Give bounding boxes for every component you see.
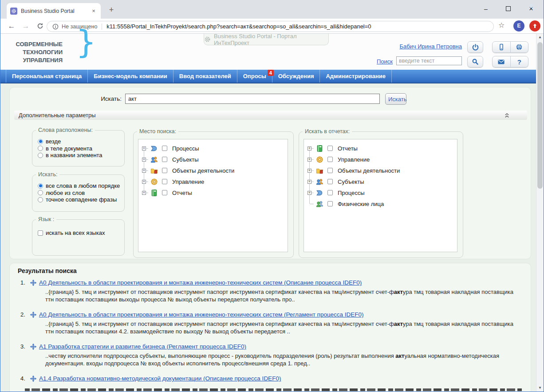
info-icon[interactable] [52,24,59,30]
browser-tab[interactable]: Business Studio Portal × [7,3,101,19]
radio-button[interactable] [38,153,43,158]
tree-expand-plus-icon[interactable]: + [142,147,146,150]
help-button[interactable]: ? [510,56,528,67]
radio-option[interactable]: любое из слов [38,190,124,197]
tree-node-checkbox[interactable] [327,146,333,151]
process-diagram-icon [30,376,36,382]
omnibox-divider [102,24,102,30]
tab-close-icon[interactable]: × [90,8,97,15]
mail-button[interactable] [493,56,510,67]
result-title-link[interactable]: А1 Разработка стратегии и развитие бизне… [39,343,246,350]
tree-expand-plus-icon[interactable]: + [142,169,146,173]
tree-expand-plus-icon[interactable]: + [142,158,146,162]
help-buttons-group: ? [492,56,528,67]
search-result-item: 4.А1.4 Разработка нормативно-методическо… [20,375,522,391]
menu-collapse-chevron-icon[interactable] [528,4,534,9]
search-query-input[interactable] [125,94,380,104]
search-query-label: Искать: [81,95,122,102]
tree-expand-plus-icon[interactable]: + [307,169,311,173]
results-heading: Результаты поиска [18,267,77,274]
tree-node-checkbox[interactable] [327,190,333,195]
nav-item-1[interactable]: Персональная страница [6,70,88,83]
portal-search-input[interactable] [396,56,462,65]
nav-item-5[interactable]: Обсуждения [272,70,320,83]
result-snippet: ..{граница} 5. тмц и инструмент от поста… [45,320,522,335]
radio-option[interactable]: в названии элемента [38,152,124,159]
nav-item-3[interactable]: Ввод показателей [173,70,237,83]
tree-node-checkbox[interactable] [327,168,333,173]
mobile-version-button[interactable] [493,42,510,52]
reports-icon [150,189,158,197]
user-profile-link[interactable]: Бабич Ирина Петровна [373,43,462,50]
back-button[interactable]: ← [6,20,17,32]
radio-button[interactable] [38,190,43,195]
tree-node-checkbox[interactable] [327,201,333,206]
result-number: 3. [20,343,28,350]
result-title-link[interactable]: А0 Деятельность в области проектирования… [39,311,364,318]
window-minimize-button[interactable]: – [477,3,495,15]
radio-option[interactable]: все слова в любом порядке [38,182,124,190]
new-tab-button[interactable]: + [106,5,117,16]
page-scrollbar[interactable]: ▲ ▼ [536,34,544,392]
browser-update-icon[interactable] [529,20,540,32]
radio-option[interactable]: точное совпадение фразы [38,196,124,203]
scrollbar-up-arrow[interactable]: ▲ [536,34,544,41]
tree-expand-plus-icon[interactable]: + [142,191,146,195]
tree-node-checkbox[interactable] [327,179,333,184]
portal-gear-icon [204,36,211,43]
address-bar[interactable]: Не защищено k11:5558/Portal_InTekhProyek… [47,21,494,32]
option-label: точное совпадение фразы [46,196,117,203]
radio-option[interactable]: в теле документа [38,145,124,152]
tree-node-checkbox[interactable] [162,146,167,151]
checkbox[interactable] [38,230,43,236]
tree-node-checkbox[interactable] [327,157,333,162]
management-icon [316,156,323,163]
logo-line: СОВРЕМЕННЫЕ [13,40,63,48]
tree-node-checkbox[interactable] [162,190,167,195]
logo-brace: } [76,38,96,46]
result-number: 4. [20,375,28,382]
tree-node-label: Управление [338,156,370,163]
logout-power-button[interactable] [467,41,483,53]
tree-node-label: Физические лица [338,201,384,207]
radio-option[interactable]: везде [38,138,124,145]
tree-expand-plus-icon[interactable]: + [307,147,311,150]
scrollbar-thumb[interactable] [537,42,543,189]
tree-expand-plus-icon[interactable]: + [142,180,146,184]
tree-expand-plus-icon[interactable]: + [307,191,311,195]
checkbox-option[interactable]: искать на всех языках [38,230,124,237]
portal-search-link[interactable]: Поиск [377,58,393,65]
nav-item-6[interactable]: Администрирование [320,70,392,83]
results-list: 1.А0 Деятельность в области проектирован… [20,279,522,392]
option-label: все слова в любом порядке [46,182,120,189]
option-label: везде [46,138,61,145]
tree-node-checkbox[interactable] [162,168,167,173]
profile-avatar[interactable]: E [513,20,524,32]
radio-button[interactable] [38,146,43,151]
subjects-icon [150,156,158,163]
additional-params-header[interactable]: Дополнительные параметры [14,111,527,120]
portal-search-button[interactable] [467,56,483,67]
radio-button[interactable] [38,197,43,202]
radio-button[interactable] [38,183,43,189]
tree-node-checkbox[interactable] [162,179,167,184]
persons-icon [316,200,323,208]
forward-button[interactable]: → [20,20,32,32]
scrollbar-down-arrow[interactable]: ▼ [536,384,544,392]
tree-node-checkbox[interactable] [162,157,167,162]
bookmark-star-icon[interactable]: ☆ [498,21,505,29]
nav-item-4[interactable]: Опросы4 [237,70,272,83]
result-title-link[interactable]: А1.4 Разработка нормативно-методической … [39,375,281,382]
tree-expand-plus-icon[interactable]: + [307,180,311,184]
radio-button[interactable] [38,139,43,144]
tree-expand-plus-icon[interactable]: + [307,158,311,162]
window-maximize-button[interactable] [499,3,517,15]
search-submit-button[interactable]: Искать [385,93,406,105]
params-collapse-chevron-icon[interactable] [505,113,509,118]
company-logo: СОВРЕМЕННЫЕ ТЕХНОЛОГИИ УПРАВЛЕНИЯ } [13,40,63,64]
nav-item-2[interactable]: Бизнес-модель компании [88,70,173,83]
result-title-link[interactable]: А0 Деятельность в области проектирования… [39,279,362,286]
reload-button[interactable] [34,20,46,32]
main-menu: Персональная страницаБизнес-модель компа… [0,70,544,83]
language-globe-button[interactable] [510,42,528,52]
